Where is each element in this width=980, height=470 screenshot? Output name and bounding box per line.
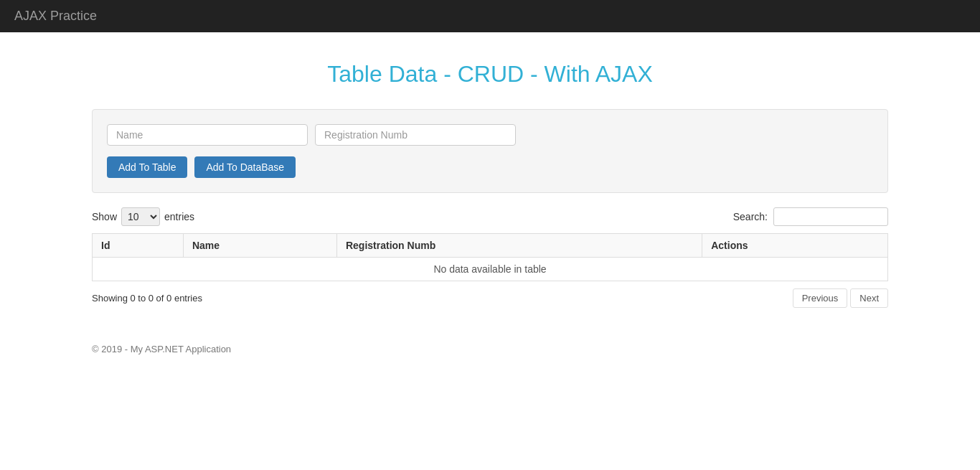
main-container: Table Data - CRUD - With AJAX Add To Tab…	[81, 32, 899, 376]
form-btn-row: Add To Table Add To DataBase	[107, 156, 873, 178]
copyright: © 2019 - My ASP.NET Application	[92, 344, 231, 354]
navbar: AJAX Practice	[0, 0, 980, 32]
previous-button[interactable]: Previous	[793, 288, 848, 308]
pagination-buttons: Previous Next	[793, 288, 888, 308]
showing-info: Showing 0 to 0 of 0 entries	[92, 293, 202, 304]
show-label: Show	[92, 211, 117, 222]
table-body: No data available in table	[93, 258, 888, 281]
search-label: Search:	[733, 211, 768, 222]
form-inputs-row	[107, 124, 873, 146]
next-button[interactable]: Next	[850, 288, 888, 308]
form-panel: Add To Table Add To DataBase	[92, 109, 888, 193]
col-actions: Actions	[702, 234, 888, 258]
no-data-message: No data available in table	[93, 258, 888, 281]
datatable-footer: Showing 0 to 0 of 0 entries Previous Nex…	[92, 288, 888, 308]
table-header-row: Id Name Registration Numb Actions	[93, 234, 888, 258]
page-title: Table Data - CRUD - With AJAX	[92, 61, 888, 88]
table-head: Id Name Registration Numb Actions	[93, 234, 888, 258]
add-to-database-button[interactable]: Add To DataBase	[194, 156, 296, 178]
search-input[interactable]	[773, 207, 888, 226]
datatable-controls: Show 10 25 50 100 entries Search:	[92, 207, 888, 226]
entries-select[interactable]: 10 25 50 100	[121, 207, 160, 226]
entries-label: entries	[164, 211, 194, 222]
search-box: Search:	[733, 207, 888, 226]
show-entries: Show 10 25 50 100 entries	[92, 207, 194, 226]
col-id: Id	[93, 234, 184, 258]
no-data-row: No data available in table	[93, 258, 888, 281]
name-input[interactable]	[107, 124, 308, 146]
add-to-table-button[interactable]: Add To Table	[107, 156, 187, 178]
col-name: Name	[183, 234, 336, 258]
footer: © 2019 - My ASP.NET Application	[92, 337, 888, 362]
col-registration: Registration Numb	[336, 234, 702, 258]
data-table: Id Name Registration Numb Actions No dat…	[92, 233, 888, 281]
navbar-brand[interactable]: AJAX Practice	[14, 9, 97, 23]
registration-input[interactable]	[315, 124, 516, 146]
